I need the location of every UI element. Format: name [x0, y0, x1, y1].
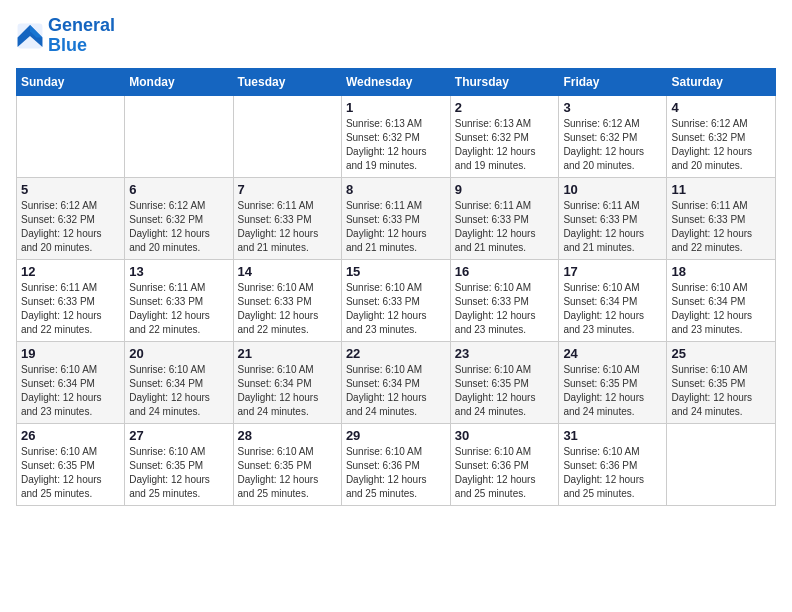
calendar-week-row: 5Sunrise: 6:12 AM Sunset: 6:32 PM Daylig… [17, 177, 776, 259]
day-number: 26 [21, 428, 120, 443]
calendar-cell: 3Sunrise: 6:12 AM Sunset: 6:32 PM Daylig… [559, 95, 667, 177]
day-info: Sunrise: 6:11 AM Sunset: 6:33 PM Dayligh… [238, 199, 337, 255]
calendar-table: SundayMondayTuesdayWednesdayThursdayFrid… [16, 68, 776, 506]
calendar-cell [233, 95, 341, 177]
day-number: 6 [129, 182, 228, 197]
day-info: Sunrise: 6:10 AM Sunset: 6:35 PM Dayligh… [129, 445, 228, 501]
day-number: 17 [563, 264, 662, 279]
day-info: Sunrise: 6:12 AM Sunset: 6:32 PM Dayligh… [21, 199, 120, 255]
calendar-cell: 31Sunrise: 6:10 AM Sunset: 6:36 PM Dayli… [559, 423, 667, 505]
day-number: 23 [455, 346, 555, 361]
day-info: Sunrise: 6:13 AM Sunset: 6:32 PM Dayligh… [346, 117, 446, 173]
day-info: Sunrise: 6:10 AM Sunset: 6:33 PM Dayligh… [455, 281, 555, 337]
day-info: Sunrise: 6:11 AM Sunset: 6:33 PM Dayligh… [671, 199, 771, 255]
calendar-cell: 2Sunrise: 6:13 AM Sunset: 6:32 PM Daylig… [450, 95, 559, 177]
calendar-week-row: 12Sunrise: 6:11 AM Sunset: 6:33 PM Dayli… [17, 259, 776, 341]
calendar-cell: 29Sunrise: 6:10 AM Sunset: 6:36 PM Dayli… [341, 423, 450, 505]
calendar-cell: 10Sunrise: 6:11 AM Sunset: 6:33 PM Dayli… [559, 177, 667, 259]
day-number: 24 [563, 346, 662, 361]
page-header: General Blue [16, 16, 776, 56]
day-info: Sunrise: 6:10 AM Sunset: 6:36 PM Dayligh… [455, 445, 555, 501]
weekday-header-tuesday: Tuesday [233, 68, 341, 95]
day-number: 5 [21, 182, 120, 197]
calendar-cell [125, 95, 233, 177]
day-number: 31 [563, 428, 662, 443]
day-number: 19 [21, 346, 120, 361]
day-number: 22 [346, 346, 446, 361]
day-number: 9 [455, 182, 555, 197]
day-info: Sunrise: 6:10 AM Sunset: 6:34 PM Dayligh… [671, 281, 771, 337]
day-info: Sunrise: 6:10 AM Sunset: 6:36 PM Dayligh… [563, 445, 662, 501]
day-number: 28 [238, 428, 337, 443]
logo-text: General Blue [48, 16, 115, 56]
calendar-cell: 22Sunrise: 6:10 AM Sunset: 6:34 PM Dayli… [341, 341, 450, 423]
calendar-week-row: 19Sunrise: 6:10 AM Sunset: 6:34 PM Dayli… [17, 341, 776, 423]
calendar-week-row: 1Sunrise: 6:13 AM Sunset: 6:32 PM Daylig… [17, 95, 776, 177]
calendar-cell: 1Sunrise: 6:13 AM Sunset: 6:32 PM Daylig… [341, 95, 450, 177]
calendar-cell: 5Sunrise: 6:12 AM Sunset: 6:32 PM Daylig… [17, 177, 125, 259]
weekday-header-friday: Friday [559, 68, 667, 95]
weekday-header-sunday: Sunday [17, 68, 125, 95]
calendar-cell [667, 423, 776, 505]
calendar-cell: 15Sunrise: 6:10 AM Sunset: 6:33 PM Dayli… [341, 259, 450, 341]
weekday-header-saturday: Saturday [667, 68, 776, 95]
day-info: Sunrise: 6:10 AM Sunset: 6:34 PM Dayligh… [346, 363, 446, 419]
day-number: 2 [455, 100, 555, 115]
day-info: Sunrise: 6:10 AM Sunset: 6:34 PM Dayligh… [563, 281, 662, 337]
logo-icon [16, 22, 44, 50]
day-number: 4 [671, 100, 771, 115]
calendar-cell: 9Sunrise: 6:11 AM Sunset: 6:33 PM Daylig… [450, 177, 559, 259]
calendar-cell: 26Sunrise: 6:10 AM Sunset: 6:35 PM Dayli… [17, 423, 125, 505]
day-info: Sunrise: 6:10 AM Sunset: 6:35 PM Dayligh… [238, 445, 337, 501]
day-number: 7 [238, 182, 337, 197]
calendar-cell: 25Sunrise: 6:10 AM Sunset: 6:35 PM Dayli… [667, 341, 776, 423]
day-info: Sunrise: 6:10 AM Sunset: 6:35 PM Dayligh… [671, 363, 771, 419]
day-info: Sunrise: 6:11 AM Sunset: 6:33 PM Dayligh… [563, 199, 662, 255]
day-info: Sunrise: 6:10 AM Sunset: 6:33 PM Dayligh… [238, 281, 337, 337]
calendar-cell: 24Sunrise: 6:10 AM Sunset: 6:35 PM Dayli… [559, 341, 667, 423]
calendar-cell: 6Sunrise: 6:12 AM Sunset: 6:32 PM Daylig… [125, 177, 233, 259]
calendar-cell: 4Sunrise: 6:12 AM Sunset: 6:32 PM Daylig… [667, 95, 776, 177]
calendar-cell: 13Sunrise: 6:11 AM Sunset: 6:33 PM Dayli… [125, 259, 233, 341]
calendar-cell: 23Sunrise: 6:10 AM Sunset: 6:35 PM Dayli… [450, 341, 559, 423]
day-info: Sunrise: 6:11 AM Sunset: 6:33 PM Dayligh… [455, 199, 555, 255]
day-number: 14 [238, 264, 337, 279]
calendar-cell: 18Sunrise: 6:10 AM Sunset: 6:34 PM Dayli… [667, 259, 776, 341]
day-number: 12 [21, 264, 120, 279]
day-info: Sunrise: 6:10 AM Sunset: 6:34 PM Dayligh… [21, 363, 120, 419]
day-info: Sunrise: 6:13 AM Sunset: 6:32 PM Dayligh… [455, 117, 555, 173]
calendar-cell: 19Sunrise: 6:10 AM Sunset: 6:34 PM Dayli… [17, 341, 125, 423]
calendar-cell: 27Sunrise: 6:10 AM Sunset: 6:35 PM Dayli… [125, 423, 233, 505]
day-info: Sunrise: 6:10 AM Sunset: 6:33 PM Dayligh… [346, 281, 446, 337]
day-number: 25 [671, 346, 771, 361]
day-number: 18 [671, 264, 771, 279]
day-info: Sunrise: 6:11 AM Sunset: 6:33 PM Dayligh… [346, 199, 446, 255]
day-number: 11 [671, 182, 771, 197]
day-number: 20 [129, 346, 228, 361]
calendar-cell: 7Sunrise: 6:11 AM Sunset: 6:33 PM Daylig… [233, 177, 341, 259]
day-info: Sunrise: 6:12 AM Sunset: 6:32 PM Dayligh… [563, 117, 662, 173]
weekday-header-thursday: Thursday [450, 68, 559, 95]
day-info: Sunrise: 6:11 AM Sunset: 6:33 PM Dayligh… [21, 281, 120, 337]
calendar-cell: 21Sunrise: 6:10 AM Sunset: 6:34 PM Dayli… [233, 341, 341, 423]
day-number: 16 [455, 264, 555, 279]
calendar-cell: 30Sunrise: 6:10 AM Sunset: 6:36 PM Dayli… [450, 423, 559, 505]
day-number: 10 [563, 182, 662, 197]
weekday-header-row: SundayMondayTuesdayWednesdayThursdayFrid… [17, 68, 776, 95]
day-number: 29 [346, 428, 446, 443]
day-info: Sunrise: 6:10 AM Sunset: 6:35 PM Dayligh… [455, 363, 555, 419]
weekday-header-wednesday: Wednesday [341, 68, 450, 95]
day-info: Sunrise: 6:10 AM Sunset: 6:35 PM Dayligh… [21, 445, 120, 501]
calendar-cell: 16Sunrise: 6:10 AM Sunset: 6:33 PM Dayli… [450, 259, 559, 341]
day-info: Sunrise: 6:10 AM Sunset: 6:36 PM Dayligh… [346, 445, 446, 501]
day-info: Sunrise: 6:10 AM Sunset: 6:35 PM Dayligh… [563, 363, 662, 419]
day-number: 15 [346, 264, 446, 279]
calendar-cell: 8Sunrise: 6:11 AM Sunset: 6:33 PM Daylig… [341, 177, 450, 259]
calendar-cell: 28Sunrise: 6:10 AM Sunset: 6:35 PM Dayli… [233, 423, 341, 505]
day-info: Sunrise: 6:10 AM Sunset: 6:34 PM Dayligh… [129, 363, 228, 419]
weekday-header-monday: Monday [125, 68, 233, 95]
calendar-cell: 17Sunrise: 6:10 AM Sunset: 6:34 PM Dayli… [559, 259, 667, 341]
day-number: 3 [563, 100, 662, 115]
calendar-cell: 20Sunrise: 6:10 AM Sunset: 6:34 PM Dayli… [125, 341, 233, 423]
day-number: 1 [346, 100, 446, 115]
